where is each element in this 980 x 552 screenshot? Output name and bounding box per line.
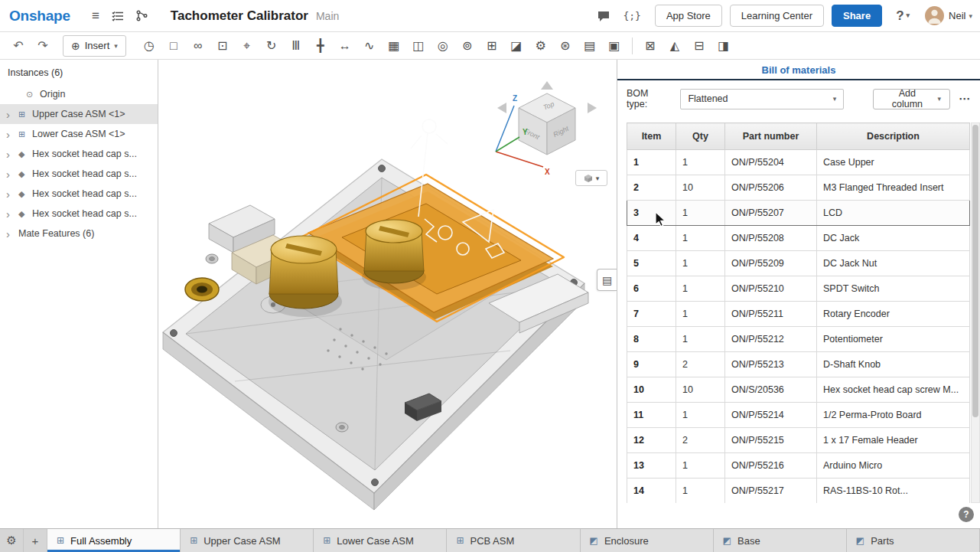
insert-button[interactable]: ⊕ Insert ▾ [63, 35, 126, 57]
col-header-item[interactable]: Item [627, 123, 676, 150]
linear-pattern-icon[interactable]: Ⅲ [284, 35, 308, 57]
bom-row[interactable]: 31ON/P/55207LCD [627, 201, 970, 226]
doc-tab-full-assembly[interactable]: ⊞Full Assembly [47, 529, 181, 552]
select-region-icon[interactable]: ▦ [382, 35, 406, 57]
tree-item[interactable]: ›◆Hex socket head cap s... [0, 204, 158, 224]
doc-tab-lower-case-asm[interactable]: ⊞Lower Case ASM [314, 529, 447, 552]
help-menu-button[interactable]: ? ▾ [890, 6, 916, 25]
bom-row[interactable]: 111ON/P/552141/2 Perma-Proto Board [627, 403, 970, 428]
document-panel-icon[interactable] [106, 8, 130, 24]
main-menu-icon[interactable]: ≡ [86, 6, 106, 25]
bom-row[interactable]: 141ON/P/55217RAS-11BS-10 Rot... [627, 479, 970, 504]
insert-part-icon[interactable]: □ [161, 35, 186, 57]
viewport[interactable]: Top Front Right Z X Y ▾ ▤ [158, 60, 617, 528]
bom-scrollbar[interactable] [971, 122, 980, 503]
redo-button[interactable]: ↷ [31, 35, 55, 57]
knob-right[interactable] [362, 220, 426, 290]
assembly-model[interactable] [163, 119, 588, 510]
interference-icon[interactable]: ⊠ [638, 35, 663, 57]
gear-relation-icon[interactable]: ⚙ [529, 35, 553, 57]
move-tool-icon[interactable]: ╋ [308, 35, 333, 57]
tree-item[interactable]: ›◆Hex socket head cap s... [0, 144, 158, 164]
doc-tab-parts[interactable]: ◩Parts [847, 529, 980, 552]
explode-view-icon[interactable]: ⊛ [553, 35, 578, 57]
bom-row[interactable]: 81ON/P/55212Potentiometer [627, 327, 970, 352]
mate-icon[interactable]: ∞ [186, 35, 210, 57]
snapshot-icon[interactable]: ▣ [602, 35, 627, 57]
sheet-metal-icon[interactable]: ⊟ [687, 35, 711, 57]
bom-row[interactable]: 71ON/P/55211Rotary Encoder [627, 302, 970, 327]
scrollbar-thumb[interactable] [972, 125, 978, 417]
tree-item[interactable]: ›⊞Upper Case ASM <1> [0, 104, 158, 124]
chevron-right-icon[interactable]: › [6, 149, 18, 160]
group-icon[interactable]: ⊡ [210, 35, 235, 57]
tree-item[interactable]: ›Mate Features (6) [0, 224, 158, 243]
chevron-right-icon[interactable]: › [6, 188, 18, 200]
tree-item[interactable]: ›◆Hex socket head cap s... [0, 184, 158, 204]
tree-item[interactable]: ›⊞Lower Case ASM <1> [0, 124, 158, 144]
mate-relation-icon[interactable]: ⊚ [455, 35, 480, 57]
brass-bushing[interactable] [185, 278, 219, 301]
tree-item[interactable]: ›◆Hex socket head cap s... [0, 164, 158, 184]
tree-item[interactable]: ⊙Origin [0, 84, 158, 104]
onshape-logo[interactable]: Onshape [9, 8, 70, 24]
replicate-icon[interactable]: ◫ [406, 35, 431, 57]
bom-row[interactable]: 131ON/P/55216Arduino Micro [627, 453, 970, 479]
chevron-right-icon[interactable]: › [6, 129, 18, 140]
share-button[interactable]: Share [832, 5, 882, 27]
named-views-icon[interactable]: ▤ [578, 35, 602, 57]
bom-row[interactable]: 51ON/P/55209DC Jack Nut [627, 251, 970, 276]
col-header-description[interactable]: Description [817, 123, 970, 150]
knob-left[interactable] [269, 236, 342, 317]
col-header-part-number[interactable]: Part number [725, 123, 817, 150]
undo-button[interactable]: ↶ [6, 35, 31, 57]
chevron-right-icon[interactable]: › [6, 109, 18, 120]
avatar[interactable] [925, 6, 944, 25]
bom-type-select[interactable]: Flattened ▾ [680, 89, 844, 109]
learning-center-button[interactable]: Learning Center [730, 5, 824, 27]
col-header-qty[interactable]: Qty [676, 123, 725, 150]
chevron-right-icon[interactable]: › [6, 168, 18, 180]
insert-element-icon[interactable] [130, 7, 154, 24]
bom-row[interactable]: 1010ON/S/20536Hex socket head cap screw … [627, 377, 970, 403]
bom-row[interactable]: 122ON/P/552151 x 17 Female Header [627, 428, 970, 453]
view-options-button[interactable]: ▾ [575, 170, 607, 186]
bom-flyout-toggle[interactable]: ▤ [597, 269, 617, 291]
bom-row[interactable]: 41ON/P/55208DC Jack [627, 226, 970, 251]
model-scene[interactable]: Top Front Right Z X Y [158, 60, 617, 528]
comments-icon[interactable] [591, 7, 617, 25]
rotate-left-arrow[interactable] [497, 103, 506, 113]
bom-table-icon[interactable]: ⊞ [480, 35, 504, 57]
mate-connector-icon[interactable]: ⌖ [235, 35, 259, 57]
user-menu[interactable]: Neil ▾ [949, 10, 972, 21]
rotate-tool-icon[interactable]: ↻ [259, 35, 284, 57]
bom-row[interactable]: 210ON/P/55206M3 Flanged Threaded Insert [627, 175, 970, 201]
overflow-menu-button[interactable]: ⋯ [959, 92, 971, 106]
add-tab-button[interactable]: + [24, 529, 47, 552]
revert-icon[interactable]: ◷ [137, 35, 161, 57]
measure-icon[interactable]: ↔ [333, 35, 357, 57]
bom-row[interactable]: 11ON/P/55204Case Upper [627, 150, 970, 175]
rotate-right-arrow[interactable] [588, 103, 597, 113]
doc-tab-base[interactable]: ◩Base [714, 529, 847, 552]
featurescript-icon[interactable]: {;} [617, 8, 646, 24]
section-view-icon[interactable]: ◪ [504, 35, 529, 57]
tab-settings-button[interactable]: ⚙ [0, 529, 24, 552]
app-store-button[interactable]: App Store [655, 5, 722, 27]
drawing-icon[interactable]: ◭ [663, 35, 687, 57]
render-icon[interactable]: ◨ [711, 35, 736, 57]
chevron-right-icon[interactable]: › [6, 228, 18, 240]
rotate-up-arrow[interactable] [541, 81, 553, 90]
chevron-right-icon[interactable]: › [6, 208, 18, 220]
workspace-name[interactable]: Main [316, 10, 339, 22]
view-cube[interactable]: Top Front Right [497, 81, 597, 155]
bom-row[interactable]: 92ON/P/55213D-Shaft Knob [627, 352, 970, 377]
help-button[interactable]: ? [959, 507, 974, 522]
doc-tab-pcb-asm[interactable]: ⊞PCB ASM [447, 529, 580, 552]
snap-mode-icon[interactable]: ∿ [357, 35, 382, 57]
add-column-button[interactable]: Add column ▾ [873, 89, 950, 109]
bom-row[interactable]: 61ON/P/55210SPDT Switch [627, 276, 970, 302]
doc-tab-enclosure[interactable]: ◩Enclosure [581, 529, 714, 552]
doc-tab-upper-case-asm[interactable]: ⊞Upper Case ASM [181, 529, 314, 552]
circular-pattern-icon[interactable]: ◎ [431, 35, 455, 57]
